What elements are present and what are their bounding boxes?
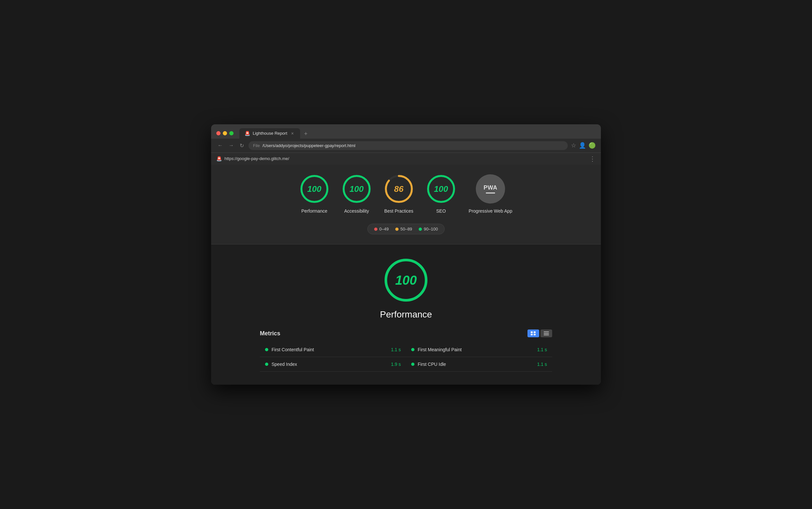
metrics-header: Metrics xyxy=(260,330,552,337)
close-button[interactable] xyxy=(216,131,221,135)
score-value-seo: 100 xyxy=(434,184,448,194)
detail-score-value: 100 xyxy=(395,273,417,287)
metric-dot-fcp xyxy=(265,348,268,351)
refresh-button[interactable]: ↻ xyxy=(238,141,245,150)
legend-row: 0–49 50–89 90–100 xyxy=(224,224,588,234)
score-value-best-practices: 86 xyxy=(394,184,403,194)
browser-window: 🚨 Lighthouse Report × + ← → ↻ File /User… xyxy=(211,124,601,385)
svg-rect-10 xyxy=(531,332,533,333)
svg-rect-13 xyxy=(534,334,535,335)
legend-item-pass: 90–100 xyxy=(419,227,438,232)
metric-name-si: Speed Index xyxy=(271,362,388,367)
toggle-list-button[interactable] xyxy=(541,330,552,337)
score-label-best-practices: Best Practices xyxy=(384,208,413,214)
score-item-accessibility[interactable]: 100 Accessibility xyxy=(342,174,371,214)
metrics-toggle xyxy=(527,330,552,337)
summary-section: 100 Performance 100 Accessibility xyxy=(211,165,601,244)
site-url: https://google-pay-demo.glitch.me/ xyxy=(224,156,587,161)
score-item-performance[interactable]: 100 Performance xyxy=(300,174,329,214)
extension-icon[interactable]: 🟢 xyxy=(588,142,596,149)
metric-row-fmp: First Meaningful Paint 1.1 s xyxy=(406,342,552,357)
pwa-circle: PWA xyxy=(476,174,505,204)
legend-item-average: 50–89 xyxy=(395,227,412,232)
metric-value-fmp: 1.1 s xyxy=(537,347,547,352)
metric-name-fmp: First Meaningful Paint xyxy=(418,347,534,352)
score-value-accessibility: 100 xyxy=(350,184,363,194)
metrics-grid: First Contentful Paint 1.1 s First Meani… xyxy=(260,342,552,372)
svg-rect-15 xyxy=(544,333,549,334)
score-label-seo: SEO xyxy=(436,208,446,214)
metric-name-fci: First CPU Idle xyxy=(418,362,534,367)
score-circle-accessibility: 100 xyxy=(342,174,371,204)
legend-dot-orange xyxy=(395,228,398,231)
toolbar-right: ☆ 👤 🟢 xyxy=(571,142,596,149)
score-item-best-practices[interactable]: 86 Best Practices xyxy=(384,174,414,214)
profile-icon[interactable]: 👤 xyxy=(579,142,586,149)
metric-row-fci: First CPU Idle 1.1 s xyxy=(406,357,552,372)
legend-dot-green xyxy=(419,228,422,231)
active-tab[interactable]: 🚨 Lighthouse Report × xyxy=(239,128,300,139)
legend-item-fail: 0–49 xyxy=(374,227,389,232)
metric-row-si: Speed Index 1.9 s xyxy=(260,357,406,372)
traffic-lights xyxy=(216,131,233,135)
metric-value-fcp: 1.1 s xyxy=(391,347,401,352)
page-content: 100 Performance 100 Accessibility xyxy=(211,165,601,385)
pwa-text: PWA xyxy=(484,184,497,191)
score-item-seo[interactable]: 100 SEO xyxy=(426,174,456,214)
metric-dot-fmp xyxy=(411,348,415,351)
svg-rect-14 xyxy=(544,332,549,332)
score-circle-performance: 100 xyxy=(300,174,329,204)
address-bar[interactable]: File /Users/addyo/projects/puppeteer-gpa… xyxy=(249,141,568,150)
tab-bar: 🚨 Lighthouse Report × + xyxy=(239,128,311,139)
score-value-performance: 100 xyxy=(307,184,321,194)
browser-toolbar: ← → ↻ File /Users/addyo/projects/puppete… xyxy=(211,139,601,152)
score-circle-seo: 100 xyxy=(426,174,456,204)
minimize-button[interactable] xyxy=(223,131,227,135)
detail-score-circle: 100 xyxy=(383,258,429,303)
subtoolbar-menu-button[interactable]: ⋮ xyxy=(589,155,596,163)
metric-value-si: 1.9 s xyxy=(391,362,401,367)
forward-button[interactable]: → xyxy=(227,141,235,150)
new-tab-button[interactable]: + xyxy=(301,129,311,139)
score-label-pwa: Progressive Web App xyxy=(469,208,512,214)
svg-rect-12 xyxy=(531,334,533,335)
metric-dot-fci xyxy=(411,363,415,366)
legend-label-fail: 0–49 xyxy=(379,227,389,232)
metric-dot-si xyxy=(265,363,268,366)
metrics-section: Metrics xyxy=(260,330,552,372)
score-item-pwa[interactable]: PWA Progressive Web App xyxy=(469,174,512,214)
address-url: /Users/addyo/projects/puppeteer-gpay/rep… xyxy=(262,143,355,148)
metrics-title: Metrics xyxy=(260,330,280,337)
tab-title: Lighthouse Report xyxy=(253,131,287,136)
score-legend: 0–49 50–89 90–100 xyxy=(367,224,445,234)
detail-section: 100 Performance Metrics xyxy=(211,244,601,385)
browser-controls: 🚨 Lighthouse Report × + xyxy=(216,128,596,139)
detail-section-title: Performance xyxy=(224,309,588,320)
svg-rect-11 xyxy=(534,332,535,333)
bookmark-icon[interactable]: ☆ xyxy=(571,142,576,149)
metric-row-fcp: First Contentful Paint 1.1 s xyxy=(260,342,406,357)
scores-row: 100 Performance 100 Accessibility xyxy=(224,174,588,214)
legend-label-average: 50–89 xyxy=(400,227,412,232)
metric-name-fcp: First Contentful Paint xyxy=(271,347,388,352)
legend-label-pass: 90–100 xyxy=(424,227,438,232)
tab-close-button[interactable]: × xyxy=(290,131,295,136)
toggle-grid-button[interactable] xyxy=(527,330,539,337)
legend-dot-red xyxy=(374,228,378,231)
address-protocol: File xyxy=(253,143,260,148)
pwa-dash xyxy=(486,193,495,194)
browser-subtoolbar: 🚨 https://google-pay-demo.glitch.me/ ⋮ xyxy=(211,152,601,165)
detail-score-center: 100 xyxy=(224,258,588,303)
browser-titlebar: 🚨 Lighthouse Report × + xyxy=(211,124,601,139)
score-circle-best-practices: 86 xyxy=(384,174,414,204)
maximize-button[interactable] xyxy=(229,131,233,135)
site-favicon: 🚨 xyxy=(216,156,222,161)
metric-value-fci: 1.1 s xyxy=(537,362,547,367)
svg-rect-16 xyxy=(544,335,549,336)
score-label-accessibility: Accessibility xyxy=(344,208,369,214)
score-label-performance: Performance xyxy=(301,208,327,214)
tab-favicon: 🚨 xyxy=(245,131,250,136)
back-button[interactable]: ← xyxy=(216,141,224,150)
